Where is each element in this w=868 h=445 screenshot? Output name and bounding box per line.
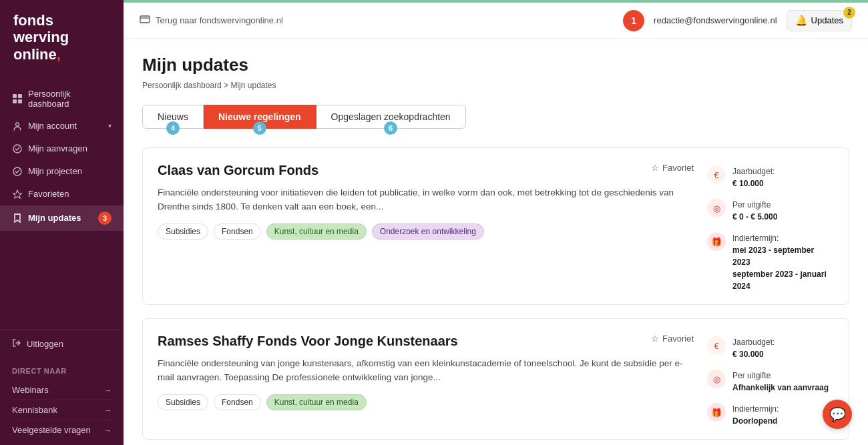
- fund-title: Claas van Gorcum Fonds: [158, 163, 318, 178]
- svg-rect-3: [18, 99, 22, 103]
- updates-label: Updates: [811, 15, 843, 25]
- star-icon: [12, 189, 23, 199]
- chat-icon: 💬: [829, 406, 846, 422]
- fund-main: Claas van Gorcum Fonds ☆ Favoriet Financ…: [158, 163, 694, 292]
- fund-info-item: ◎ Per uitgifteAfhankelijk van aanvraag: [707, 370, 834, 394]
- direct-naar-label: Direct naar: [12, 367, 112, 375]
- fund-info-item: € Jaarbudget:€ 30.000: [707, 336, 834, 360]
- quick-link-kennisbank[interactable]: Kennisbank →: [12, 400, 112, 420]
- sidebar-item-aanvragen[interactable]: Mijn aanvragen: [0, 137, 124, 160]
- tabs: Nieuws 4 Nieuwe regelingen 5 Opgeslagen …: [142, 105, 849, 129]
- info-text: Indiertermijn:mei 2023 - september 2023s…: [732, 232, 834, 292]
- star-icon: ☆: [651, 334, 659, 344]
- logout-button[interactable]: Uitloggen: [12, 338, 112, 350]
- info-icon: 🎁: [707, 232, 726, 251]
- user-email: redactie@fondswervingonline.nl: [654, 15, 777, 25]
- arrow-icon: →: [104, 386, 112, 394]
- sidebar-item-account[interactable]: Mijn account ▾: [0, 115, 124, 137]
- quick-links-section: Direct naar Webinars → Kennisbank → Veel…: [0, 358, 124, 445]
- info-icon: ◎: [707, 199, 726, 217]
- circle-check-icon: [12, 166, 23, 177]
- main-content: Terug naar fondswervingonline.nl 1 redac…: [124, 0, 868, 445]
- svg-rect-1: [18, 94, 22, 98]
- logout-section: Uitloggen: [0, 330, 124, 358]
- quick-link-webinars[interactable]: Webinars →: [12, 380, 112, 400]
- tab-badge-nieuwe-regelingen: 5: [253, 121, 266, 135]
- fund-tag[interactable]: Subsidies: [158, 224, 208, 240]
- arrow-icon: →: [104, 406, 112, 414]
- chat-button[interactable]: 💬: [823, 400, 852, 429]
- breadcrumb: Persoonlijk dashboard > Mijn updates: [142, 81, 849, 90]
- bell-icon: 🔔: [795, 15, 808, 27]
- info-text: Per uitgifte€ 0 - € 5.000: [732, 199, 777, 223]
- fund-card: Claas van Gorcum Fonds ☆ Favoriet Financ…: [142, 147, 849, 305]
- breadcrumb-home: Persoonlijk dashboard: [142, 81, 222, 90]
- sidebar-item-label: Mijn account: [28, 121, 77, 131]
- grid-icon: [12, 93, 23, 104]
- user-icon: [12, 121, 23, 131]
- sidebar: fonds werving online, Persoonlijk dashbo…: [0, 0, 124, 445]
- updates-badge: 3: [98, 211, 112, 225]
- sidebar-item-label: Favorieten: [28, 189, 69, 199]
- header: Terug naar fondswervingonline.nl 1 redac…: [124, 3, 868, 39]
- fund-tags: SubsidiesFondsenKunst, cultuur en mediaO…: [158, 224, 694, 240]
- info-text: Indiertermijn:Doorlopend: [732, 403, 779, 427]
- quick-link-faq[interactable]: Veelgestelde vragen →: [12, 420, 112, 440]
- fund-list: Claas van Gorcum Fonds ☆ Favoriet Financ…: [142, 147, 849, 440]
- fund-tag[interactable]: Onderzoek en ontwikkeling: [372, 224, 484, 240]
- info-text: Jaarbudget:€ 30.000: [732, 336, 775, 360]
- sidebar-item-updates[interactable]: Mijn updates 3: [0, 205, 124, 231]
- sidebar-item-label: Mijn updates: [28, 213, 81, 223]
- svg-point-5: [13, 145, 21, 153]
- logout-label: Uitloggen: [27, 339, 63, 349]
- fund-tag[interactable]: Kunst, cultuur en media: [266, 394, 367, 410]
- fund-tag[interactable]: Kunst, cultuur en media: [266, 224, 367, 240]
- sidebar-item-label: Mijn projecten: [28, 166, 82, 176]
- logo: fonds werving online,: [0, 0, 124, 76]
- fund-tag[interactable]: Fondsen: [214, 224, 261, 240]
- tab-badge-opgeslagen: 6: [384, 121, 397, 135]
- sidebar-item-dashboard[interactable]: Persoonlijk dashboard: [0, 83, 124, 115]
- favorite-button[interactable]: ☆ Favoriet: [651, 334, 694, 344]
- fund-tag[interactable]: Subsidies: [158, 394, 208, 410]
- fund-info-item: 🎁 Indiertermijn:Doorlopend: [707, 403, 834, 427]
- back-icon: [140, 15, 150, 25]
- chevron-down-icon: ▾: [108, 122, 112, 129]
- fund-card: Ramses Shaffy Fonds Voor Jonge Kunstenaa…: [142, 318, 849, 440]
- svg-point-4: [16, 123, 19, 126]
- arrow-icon: →: [104, 426, 112, 434]
- fund-info-item: 🎁 Indiertermijn:mei 2023 - september 202…: [707, 232, 834, 292]
- favorite-label: Favoriet: [662, 163, 694, 173]
- page-title: Mijn updates: [142, 55, 849, 75]
- tab-opgeslagen[interactable]: Opgeslagen zoekopdrachten 6: [316, 105, 466, 129]
- svg-marker-7: [13, 190, 22, 198]
- tab-nieuwe-regelingen[interactable]: Nieuwe regelingen 5: [204, 105, 316, 129]
- tab-badge-nieuws: 4: [166, 121, 180, 135]
- back-link[interactable]: Terug naar fondswervingonline.nl: [140, 15, 283, 25]
- svg-rect-2: [13, 99, 17, 103]
- user-avatar: 1: [623, 10, 644, 31]
- circle-check-icon: [12, 143, 23, 154]
- fund-header: Claas van Gorcum Fonds ☆ Favoriet: [158, 163, 694, 178]
- favorite-button[interactable]: ☆ Favoriet: [651, 163, 694, 173]
- sidebar-item-projecten[interactable]: Mijn projecten: [0, 160, 124, 183]
- favorite-label: Favoriet: [662, 334, 694, 344]
- back-label: Terug naar fondswervingonline.nl: [156, 15, 283, 25]
- fund-info-item: ◎ Per uitgifte€ 0 - € 5.000: [707, 199, 834, 223]
- sidebar-item-favorieten[interactable]: Favorieten: [0, 183, 124, 205]
- fund-info-item: € Jaarbudget:€ 10.000: [707, 165, 834, 189]
- tab-nieuws[interactable]: Nieuws 4: [142, 105, 204, 129]
- info-icon: 🎁: [707, 403, 726, 422]
- breadcrumb-current: Mijn updates: [230, 81, 276, 90]
- header-right: 1 redactie@fondswervingonline.nl 🔔 Updat…: [623, 10, 852, 31]
- top-progress-bar: [124, 0, 868, 3]
- info-icon: €: [707, 336, 726, 355]
- sidebar-item-label: Mijn aanvragen: [28, 143, 87, 153]
- info-icon: €: [707, 165, 726, 184]
- updates-button[interactable]: 🔔 Updates 2: [787, 10, 852, 31]
- breadcrumb-separator: >: [224, 81, 228, 90]
- fund-tag[interactable]: Fondsen: [214, 394, 261, 410]
- fund-tags: SubsidiesFondsenKunst, cultuur en media: [158, 394, 694, 410]
- svg-rect-8: [140, 16, 150, 23]
- info-text: Per uitgifteAfhankelijk van aanvraag: [732, 370, 829, 394]
